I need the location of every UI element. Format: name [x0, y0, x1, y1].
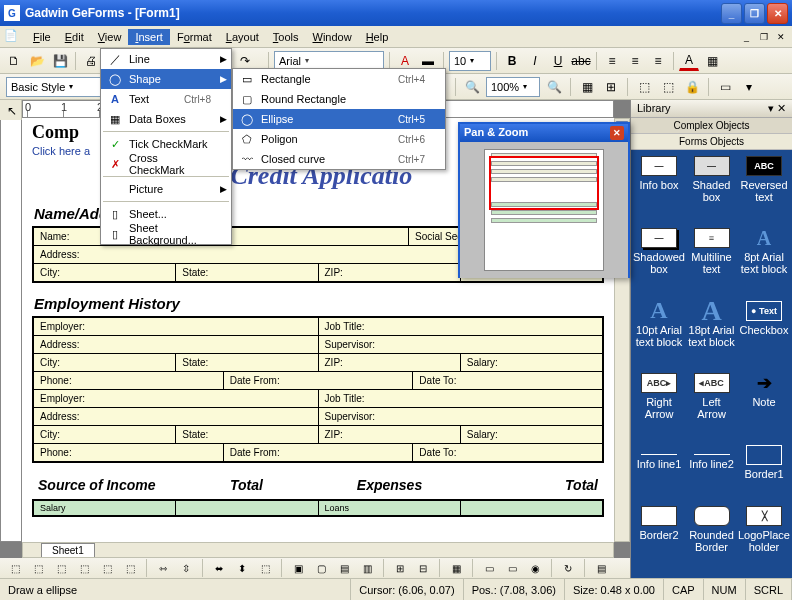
- ungroup2[interactable]: ⊟: [414, 560, 432, 576]
- strike-button[interactable]: abc: [571, 51, 591, 71]
- align-center-button[interactable]: ≡: [625, 51, 645, 71]
- mdi-close[interactable]: ✕: [773, 30, 788, 43]
- ungroup-button[interactable]: ⬚: [658, 77, 678, 97]
- shape-closed-curve[interactable]: 〰Closed curveCtrl+7: [233, 149, 445, 169]
- dist-v[interactable]: ⇳: [177, 560, 195, 576]
- lib-shadowed-box[interactable]: —Shadowed box: [633, 228, 685, 294]
- menu-view[interactable]: View: [91, 29, 129, 45]
- insert-text[interactable]: ATextCtrl+8: [101, 89, 231, 109]
- panzoom-close[interactable]: ✕: [610, 126, 624, 140]
- align-right2[interactable]: ⬚: [52, 560, 70, 576]
- lib-infoline2[interactable]: Info line2: [687, 445, 736, 499]
- panwin-toggle[interactable]: ▦: [447, 560, 465, 576]
- fontcolor2-button[interactable]: A: [679, 51, 699, 71]
- insert-sheetbg[interactable]: ▯Sheet Background...: [101, 224, 231, 244]
- mode2[interactable]: ▭: [503, 560, 521, 576]
- align-hcenter[interactable]: ⬚: [29, 560, 47, 576]
- shape-polygon[interactable]: ⬠PoligonCtrl+6: [233, 129, 445, 149]
- lib-logoplaceholder[interactable]: ╳LogoPlace holder: [738, 506, 790, 572]
- shape-round-rectangle[interactable]: ▢Round Rectangle: [233, 89, 445, 109]
- samesize[interactable]: ⬚: [256, 560, 274, 576]
- refresh-button[interactable]: ↻: [559, 560, 577, 576]
- maximize-button[interactable]: ❐: [744, 3, 765, 24]
- panzoom-body[interactable]: [460, 142, 628, 278]
- shape-ellipse[interactable]: ◯EllipseCtrl+5: [233, 109, 445, 129]
- lib-rounded-border[interactable]: Rounded Border: [687, 506, 736, 572]
- lib-border2[interactable]: Border2: [633, 506, 685, 572]
- bring-front[interactable]: ▣: [289, 560, 307, 576]
- menu-format[interactable]: Format: [170, 29, 219, 45]
- print-button[interactable]: 🖨: [81, 51, 101, 71]
- scrollbar-horizontal[interactable]: Sheet1: [22, 542, 614, 558]
- save-button[interactable]: 💾: [50, 51, 70, 71]
- lib-right-arrow[interactable]: ABC▸Right Arrow: [633, 373, 685, 439]
- bold-button[interactable]: B: [502, 51, 522, 71]
- zoom-combo[interactable]: 100%▾: [486, 77, 540, 97]
- lib-18pt-text[interactable]: A18pt Arial text block: [687, 301, 736, 367]
- fontsize-combo[interactable]: 10▾: [449, 51, 491, 71]
- align-right-button[interactable]: ≡: [648, 51, 668, 71]
- pointer-tool[interactable]: ↖: [2, 101, 22, 121]
- rect-tool[interactable]: ▭: [715, 77, 735, 97]
- lib-10pt-text[interactable]: A10pt Arial text block: [633, 301, 685, 367]
- align-vcenter[interactable]: ⬚: [98, 560, 116, 576]
- lib-note[interactable]: ➔Note: [738, 373, 790, 439]
- panzoom-viewport[interactable]: [489, 156, 599, 210]
- insert-sheet[interactable]: ▯Sheet...: [101, 204, 231, 224]
- lib-info-box[interactable]: —Info box: [633, 156, 685, 222]
- menu-window[interactable]: Window: [306, 29, 359, 45]
- minimize-button[interactable]: _: [721, 3, 742, 24]
- pan-zoom-window[interactable]: Pan & Zoom✕: [458, 122, 630, 278]
- insert-shape[interactable]: ◯Shape▶: [101, 69, 231, 89]
- lib-shaded-box[interactable]: —Shaded box: [687, 156, 736, 222]
- lib-8pt-text[interactable]: A8pt Arial text block: [738, 228, 790, 294]
- underline-button[interactable]: U: [548, 51, 568, 71]
- lib-reversed-text[interactable]: ABCReversed text: [738, 156, 790, 222]
- align-left-button[interactable]: ≡: [602, 51, 622, 71]
- morecolors-button[interactable]: ▦: [702, 51, 722, 71]
- doc-icon[interactable]: 📄: [4, 29, 20, 45]
- insert-databoxes[interactable]: ▦Data Boxes▶: [101, 109, 231, 129]
- grid-button[interactable]: ▦: [577, 77, 597, 97]
- insert-line[interactable]: ／Line▶: [101, 49, 231, 69]
- bring-fwd[interactable]: ▤: [335, 560, 353, 576]
- lib-checkbox[interactable]: ● TextCheckbox: [738, 301, 790, 367]
- mode3[interactable]: ◉: [526, 560, 544, 576]
- library-tab-forms[interactable]: Forms Objects: [631, 134, 792, 150]
- library-closebtn[interactable]: ▾ ✕: [768, 102, 786, 115]
- snap-button[interactable]: ⊞: [601, 77, 621, 97]
- menu-layout[interactable]: Layout: [219, 29, 266, 45]
- close-button[interactable]: ✕: [767, 3, 788, 24]
- samewidth[interactable]: ⬌: [210, 560, 228, 576]
- align-left[interactable]: ⬚: [6, 560, 24, 576]
- menu-help[interactable]: Help: [359, 29, 396, 45]
- lib-multiline-text[interactable]: ≡Multiline text: [687, 228, 736, 294]
- menu-tools[interactable]: Tools: [266, 29, 306, 45]
- shape-rectangle[interactable]: ▭RectangleCtrl+4: [233, 69, 445, 89]
- send-bwd[interactable]: ▥: [358, 560, 376, 576]
- mdi-minimize[interactable]: _: [739, 30, 754, 43]
- zoom-in-button[interactable]: 🔍: [544, 77, 564, 97]
- library-tab-complex[interactable]: Complex Objects: [631, 118, 792, 134]
- mode1[interactable]: ▭: [480, 560, 498, 576]
- align-top[interactable]: ⬚: [75, 560, 93, 576]
- insert-tick[interactable]: ✓Tick CheckMark: [101, 134, 231, 154]
- open-button[interactable]: 📂: [27, 51, 47, 71]
- sheet-tab[interactable]: Sheet1: [41, 543, 95, 557]
- panel-toggle[interactable]: ▤: [592, 560, 610, 576]
- style-combo[interactable]: Basic Style▾: [6, 77, 102, 97]
- group2[interactable]: ⊞: [391, 560, 409, 576]
- new-button[interactable]: 🗋: [4, 51, 24, 71]
- lock-button[interactable]: 🔒: [682, 77, 702, 97]
- more-shapes[interactable]: ▾: [739, 77, 759, 97]
- italic-button[interactable]: I: [525, 51, 545, 71]
- menu-insert[interactable]: Insert: [128, 29, 170, 45]
- lib-border1[interactable]: Border1: [738, 445, 790, 499]
- menu-edit[interactable]: Edit: [58, 29, 91, 45]
- sameheight[interactable]: ⬍: [233, 560, 251, 576]
- lib-infoline1[interactable]: Info line1: [633, 445, 685, 499]
- insert-picture[interactable]: Picture▶: [101, 179, 231, 199]
- align-bottom[interactable]: ⬚: [121, 560, 139, 576]
- dist-h[interactable]: ⇿: [154, 560, 172, 576]
- group-button[interactable]: ⬚: [634, 77, 654, 97]
